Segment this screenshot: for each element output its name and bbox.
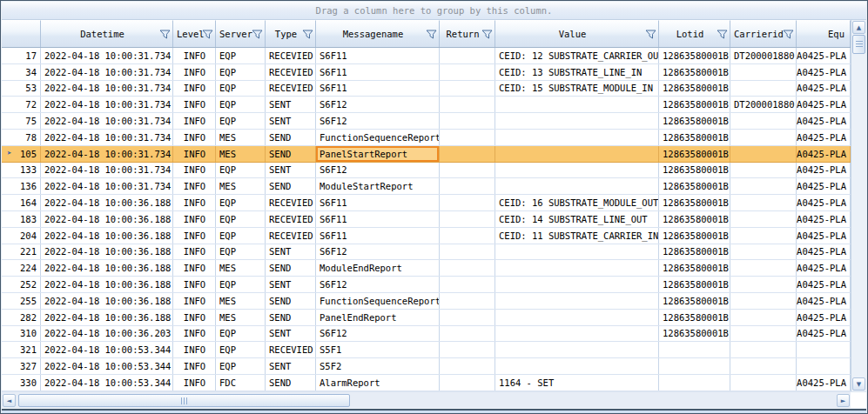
cell-datetime[interactable]: 2022-04-18 10:00:36.203 bbox=[41, 326, 173, 342]
column-header-return[interactable]: Return bbox=[440, 20, 495, 47]
table-row[interactable]: 3272022-04-18 10:00:53.344INFOEQPSENTS5F… bbox=[2, 358, 851, 375]
vertical-scrollbar-thumb[interactable] bbox=[852, 35, 865, 54]
cell-return[interactable] bbox=[440, 277, 495, 292]
table-row[interactable]: 342022-04-18 10:00:31.734INFOEQPRECEVIED… bbox=[2, 64, 851, 81]
cell-value[interactable] bbox=[495, 178, 659, 194]
table-row[interactable]: 1642022-04-18 10:00:36.188INFOEQPRECEVIE… bbox=[2, 195, 851, 211]
cell-lotid[interactable]: 12863580001B bbox=[659, 64, 730, 80]
cell-level[interactable]: INFO bbox=[173, 146, 216, 162]
cell-server[interactable]: MES bbox=[216, 146, 266, 162]
cell-value[interactable] bbox=[495, 277, 659, 292]
cell-carrierid[interactable] bbox=[730, 178, 797, 194]
cell-value[interactable] bbox=[495, 310, 659, 325]
filter-button-carrierid[interactable] bbox=[782, 29, 794, 40]
cell-lotid[interactable]: 12863580001B bbox=[659, 48, 730, 63]
cell-lotid[interactable]: 12863580001B bbox=[659, 260, 730, 276]
cell-type[interactable]: SENT bbox=[266, 277, 316, 292]
cell-messagename[interactable]: S6F11 bbox=[316, 48, 440, 63]
cell-id[interactable]: 183 bbox=[2, 211, 41, 227]
cell-server[interactable]: EQP bbox=[216, 228, 266, 244]
cell-level[interactable]: INFO bbox=[173, 293, 216, 309]
cell-type[interactable]: SEND bbox=[266, 260, 316, 276]
cell-lotid[interactable]: 12863580001B bbox=[659, 326, 730, 342]
cell-return[interactable] bbox=[440, 81, 495, 97]
cell-eq[interactable]: BA0425-PLA bbox=[797, 48, 851, 63]
column-header-value[interactable]: Value bbox=[495, 20, 659, 47]
cell-carrierid[interactable] bbox=[730, 163, 797, 178]
table-row[interactable]: 782022-04-18 10:00:31.734INFOMESSENDFunc… bbox=[2, 130, 851, 146]
cell-return[interactable] bbox=[440, 146, 495, 162]
cell-level[interactable]: INFO bbox=[173, 326, 216, 342]
cell-return[interactable] bbox=[440, 260, 495, 276]
cell-id[interactable]: 17 bbox=[2, 48, 41, 63]
cell-return[interactable] bbox=[440, 310, 495, 325]
cell-messagename[interactable]: PanelStartReport bbox=[316, 146, 440, 162]
cell-server[interactable]: EQP bbox=[216, 81, 266, 97]
cell-lotid[interactable] bbox=[659, 358, 730, 374]
table-row[interactable]: 2242022-04-18 10:00:36.188INFOMESSENDMod… bbox=[2, 260, 851, 277]
cell-return[interactable] bbox=[440, 163, 495, 178]
cell-messagename[interactable]: S6F12 bbox=[316, 277, 440, 292]
cell-datetime[interactable]: 2022-04-18 10:00:31.734 bbox=[41, 97, 173, 112]
cell-value[interactable] bbox=[495, 113, 659, 129]
column-header-server[interactable]: Server bbox=[216, 20, 266, 47]
cell-id[interactable]: 133 bbox=[2, 163, 41, 178]
cell-value[interactable]: CEID: 15 SUBSTRATE_MODULE_IN bbox=[495, 81, 659, 97]
filter-button-datetime[interactable] bbox=[158, 29, 171, 40]
cell-server[interactable]: MES bbox=[216, 260, 266, 276]
cell-type[interactable]: SEND bbox=[266, 146, 316, 162]
cell-server[interactable]: FDC bbox=[216, 375, 266, 391]
cell-carrierid[interactable]: DT200001880 bbox=[730, 48, 797, 63]
cell-level[interactable]: INFO bbox=[173, 228, 216, 244]
cell-value[interactable]: CEID: 14 SUBSTRATE_LINE_OUT bbox=[495, 211, 659, 227]
filter-button-server[interactable] bbox=[251, 29, 263, 40]
cell-type[interactable]: SENT bbox=[266, 358, 316, 374]
cell-carrierid[interactable] bbox=[730, 130, 797, 145]
cell-value[interactable] bbox=[495, 342, 659, 357]
cell-level[interactable]: INFO bbox=[173, 358, 216, 374]
cell-messagename[interactable]: ModuleStartReport bbox=[316, 178, 440, 194]
cell-return[interactable] bbox=[440, 48, 495, 63]
cell-id[interactable]: 282 bbox=[2, 310, 41, 325]
cell-eq[interactable]: BA0425-PLA bbox=[797, 146, 851, 162]
cell-server[interactable]: EQP bbox=[216, 358, 266, 374]
cell-level[interactable]: INFO bbox=[173, 178, 216, 194]
filter-button-value[interactable] bbox=[644, 29, 656, 40]
cell-value[interactable] bbox=[495, 260, 659, 276]
cell-messagename[interactable]: S6F11 bbox=[316, 81, 440, 97]
cell-datetime[interactable]: 2022-04-18 10:00:31.734 bbox=[41, 113, 173, 129]
cell-type[interactable]: SENT bbox=[266, 97, 316, 112]
cell-lotid[interactable]: 12863580001B bbox=[659, 244, 730, 260]
cell-eq[interactable]: BA0425-PLA bbox=[797, 130, 851, 145]
cell-type[interactable]: SENT bbox=[266, 113, 316, 129]
cell-server[interactable]: MES bbox=[216, 130, 266, 145]
cell-value[interactable] bbox=[495, 293, 659, 309]
scroll-left-button[interactable]: ◄ bbox=[3, 394, 16, 407]
cell-type[interactable]: SEND bbox=[266, 130, 316, 145]
cell-id[interactable]: 204 bbox=[2, 228, 41, 244]
cell-id[interactable]: 53 bbox=[2, 81, 41, 97]
vertical-scrollbar[interactable]: ▲ ▼ bbox=[851, 20, 866, 391]
cell-carrierid[interactable] bbox=[730, 228, 797, 244]
cell-lotid[interactable]: 12863580001B bbox=[659, 178, 730, 194]
cell-datetime[interactable]: 2022-04-18 10:00:36.188 bbox=[41, 211, 173, 227]
cell-lotid[interactable]: 12863580001B bbox=[659, 130, 730, 145]
cell-datetime[interactable]: 2022-04-18 10:00:36.188 bbox=[41, 260, 173, 276]
cell-return[interactable] bbox=[440, 130, 495, 145]
cell-type[interactable]: RECEVIED bbox=[266, 81, 316, 97]
filter-button-type[interactable] bbox=[301, 29, 313, 40]
cell-server[interactable]: EQP bbox=[216, 211, 266, 227]
cell-type[interactable]: SEND bbox=[266, 310, 316, 325]
cell-value[interactable] bbox=[495, 163, 659, 178]
cell-level[interactable]: INFO bbox=[173, 211, 216, 227]
cell-server[interactable]: EQP bbox=[216, 277, 266, 292]
cell-messagename[interactable]: FunctionSequenceReport bbox=[316, 293, 440, 309]
cell-eq[interactable]: BA0425-PLA bbox=[797, 310, 851, 325]
cell-level[interactable]: INFO bbox=[173, 64, 216, 80]
cell-id[interactable]: 327 bbox=[2, 358, 41, 374]
cell-carrierid[interactable] bbox=[730, 211, 797, 227]
cell-carrierid[interactable] bbox=[730, 326, 797, 342]
cell-level[interactable]: INFO bbox=[173, 113, 216, 129]
cell-type[interactable]: RECEVIED bbox=[266, 64, 316, 80]
cell-id[interactable]: 78 bbox=[2, 130, 41, 145]
